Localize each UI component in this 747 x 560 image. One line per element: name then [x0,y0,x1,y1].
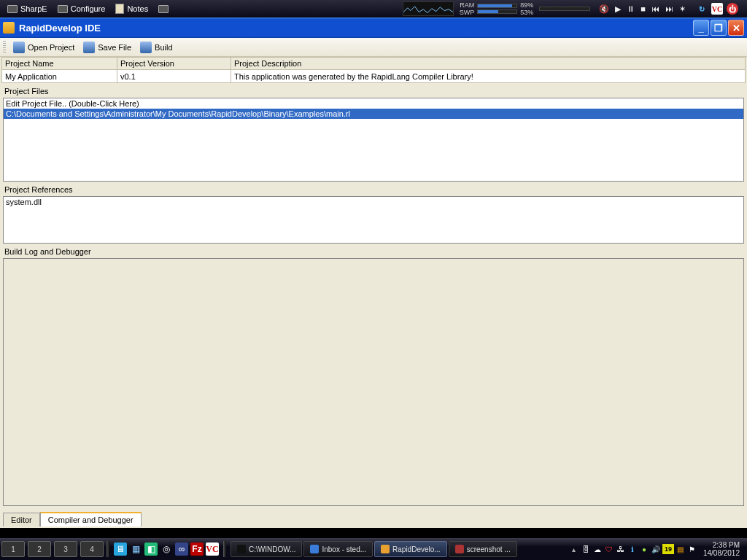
title-bar[interactable]: RapidDevelop IDE _ ❐ ✕ [0,18,747,38]
clock[interactable]: 2:38 PM 14/08/2012 [699,541,744,557]
ram-label: RAM [460,1,475,9]
tray-clock-icon[interactable]: ● [639,544,649,554]
desktop-menu-configure[interactable]: Configure [53,3,110,15]
button-label: Build [155,43,172,52]
vnc-icon[interactable]: VC [711,3,723,15]
prev-icon[interactable]: ⏮ [651,4,659,14]
play-icon[interactable]: ▶ [615,4,621,14]
project-desc-input[interactable]: This application was generated by the Ra… [231,70,746,83]
ql-chrome-icon[interactable]: ◎ [160,542,173,556]
task-item[interactable]: Inbox - sted... [303,541,373,557]
cpu-graph [403,1,454,16]
window-title: RapidDevelop IDE [19,23,693,34]
desktop-switch-2[interactable]: 2 [28,541,51,557]
toolbar: Open Project Save File Build [0,38,747,57]
maximize-button[interactable]: ❐ [711,20,727,36]
monitor-icon [58,5,68,13]
project-files-list[interactable]: Edit Project File.. (Double-Click Here) … [3,98,744,182]
ql-vnc-icon[interactable]: VC [206,542,219,556]
separator [107,541,109,557]
toolbar-grip[interactable] [3,41,6,54]
tray-counter-icon[interactable]: 19 [662,544,674,554]
tray-shield-icon[interactable]: 🛡 [604,544,614,554]
task-label: RapidDevelo... [392,545,441,553]
clock-date: 14/08/2012 [703,549,740,557]
content-area: Project Name Project Version Project Des… [0,57,747,528]
virtual-desktops: 1 2 3 4 [0,538,105,560]
swap-bar [477,9,517,14]
build-log-label: Build Log and Debugger [1,244,746,258]
desktop-menu-notes[interactable]: Notes [111,2,152,15]
close-button[interactable]: ✕ [728,20,744,36]
tray-db-icon[interactable]: 🗄 [581,544,591,554]
ql-app1-icon[interactable]: ◧ [144,542,158,556]
list-item[interactable]: Edit Project File.. (Double-Click Here) [4,98,743,109]
build-button[interactable]: Build [137,40,175,55]
tray-arrow-icon[interactable]: ▴ [569,544,579,554]
tray-flag-icon[interactable]: ⚑ [687,544,697,554]
tray-gpu-icon[interactable]: ▤ [676,544,686,554]
list-item[interactable]: system.dll [6,198,741,206]
monitor-icon [158,5,169,13]
project-name-input[interactable]: My Application [1,70,117,83]
ql-show-desktop-icon[interactable]: ▦ [129,542,142,556]
quick-launch: 🖥 ▦ ◧ ◎ ∞ Fz VC [111,542,222,556]
desktop-switch-4[interactable]: 4 [80,541,104,557]
desktop-menu-sharpe[interactable]: SharpE [3,3,52,15]
swap-pct: 53% [520,9,533,16]
refresh-icon[interactable]: ↻ [696,3,708,15]
button-label: Save File [98,43,131,52]
open-project-button[interactable]: Open Project [10,40,77,55]
stop-icon[interactable]: ■ [640,4,646,14]
ql-app2-icon[interactable]: ∞ [175,542,188,556]
project-desc-header: Project Description [231,57,746,70]
tray-info-icon[interactable]: ℹ [627,544,638,554]
project-version-header: Project Version [117,57,231,70]
system-tray: ▴ 🗄 ☁ 🛡 🖧 ℹ ● 🔊 19 ▤ ⚑ 2:38 PM 14/08/201… [569,541,747,557]
menu-label: Configure [71,4,106,13]
project-files-label: Project Files [1,83,746,98]
mail-icon [310,545,319,553]
minimize-button[interactable]: _ [693,20,709,36]
project-name-header: Project Name [1,57,117,70]
clock-time: 2:38 PM [703,541,740,549]
project-version-input[interactable]: v0.1 [117,70,231,83]
power-icon[interactable]: ⏻ [727,3,738,15]
open-icon [13,42,25,53]
ram-pct: 89% [520,1,533,9]
app-icon [3,22,15,34]
volume-icon[interactable]: 🔇 [599,4,609,14]
media-progress[interactable] [539,7,590,11]
list-item[interactable]: C:\Documents and Settings\Administrator\… [4,109,743,119]
save-file-button[interactable]: Save File [80,40,134,55]
project-meta-header: Project Name Project Version Project Des… [1,57,746,70]
task-item[interactable]: RapidDevelo... [374,541,447,557]
monitor-icon [7,5,18,13]
ql-explorer-icon[interactable]: 🖥 [114,542,127,556]
pause-icon[interactable]: ⏸ [627,4,635,14]
window-controls: _ ❐ ✕ [693,20,744,36]
note-icon [115,4,124,14]
project-refs-list[interactable]: system.dll [3,196,744,244]
tab-compiler[interactable]: Compiler and Debugger [40,512,142,526]
desktop-switch-3[interactable]: 3 [54,541,77,557]
build-log-panel[interactable] [3,258,744,506]
cmd-icon [237,545,246,553]
save-icon [83,42,95,53]
tray-net-icon[interactable]: 🖧 [616,544,626,554]
ide-icon [381,545,390,553]
desktop-menu-blank[interactable] [154,4,176,15]
shuffle-icon[interactable]: ✶ [679,4,686,14]
tab-editor[interactable]: Editor [3,513,40,526]
top-tray: ↻ VC ⏻ [692,3,738,15]
task-item[interactable]: C:\WINDOW... [231,541,302,557]
next-icon[interactable]: ⏭ [665,4,673,14]
bottom-taskbar: 1 2 3 4 🖥 ▦ ◧ ◎ ∞ Fz VC C:\WINDOW... Inb… [0,538,747,560]
tray-vol-icon[interactable]: 🔊 [651,544,661,554]
separator [223,541,226,557]
ql-filezilla-icon[interactable]: Fz [190,542,204,556]
task-item[interactable]: screenshot ... [449,541,517,557]
desktop-switch-1[interactable]: 1 [1,541,25,557]
ide-window: RapidDevelop IDE _ ❐ ✕ Open Project Save… [0,18,747,528]
tray-cloud-icon[interactable]: ☁ [592,544,603,554]
